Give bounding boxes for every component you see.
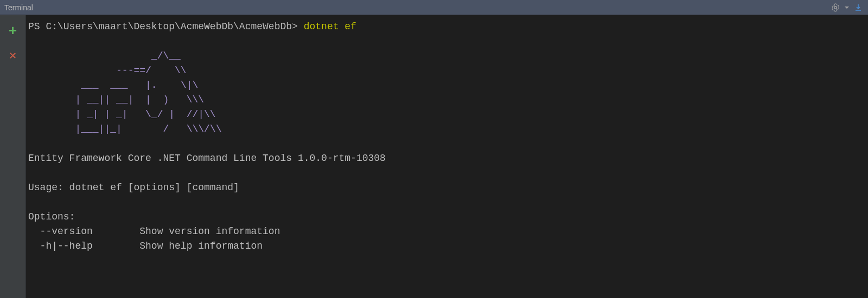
chevron-down-icon[interactable]	[844, 2, 850, 13]
shell-command: dotnet ef	[304, 21, 356, 32]
options-header: Options:	[28, 211, 75, 222]
download-icon[interactable]	[853, 2, 864, 13]
main-area: + ✕ PS C:\Users\maart\Desktop\AcmeWebDb\…	[0, 15, 868, 298]
new-session-button[interactable]: +	[7, 25, 20, 38]
terminal-output[interactable]: PS C:\Users\maart\Desktop\AcmeWebDb\Acme…	[26, 15, 868, 298]
close-icon: ✕	[9, 50, 16, 62]
tool-description: Entity Framework Core .NET Command Line …	[28, 153, 386, 164]
ascii-logo: _/\__ ---==/ \\ ___ ___ |. \|\ | __|| __…	[28, 50, 221, 134]
gear-icon[interactable]	[830, 2, 841, 13]
close-session-button[interactable]: ✕	[7, 50, 20, 63]
plus-icon: +	[9, 24, 17, 38]
title-bar: Terminal	[0, 0, 868, 15]
title-actions	[830, 2, 864, 13]
option-help: -h|--help Show help information	[28, 241, 263, 251]
panel-title: Terminal	[4, 3, 33, 12]
terminal-gutter: + ✕	[0, 15, 26, 298]
usage-line: Usage: dotnet ef [options] [command]	[28, 182, 239, 193]
option-version: --version Show version information	[28, 226, 280, 237]
shell-prompt: PS C:\Users\maart\Desktop\AcmeWebDb\Acme…	[28, 21, 304, 32]
